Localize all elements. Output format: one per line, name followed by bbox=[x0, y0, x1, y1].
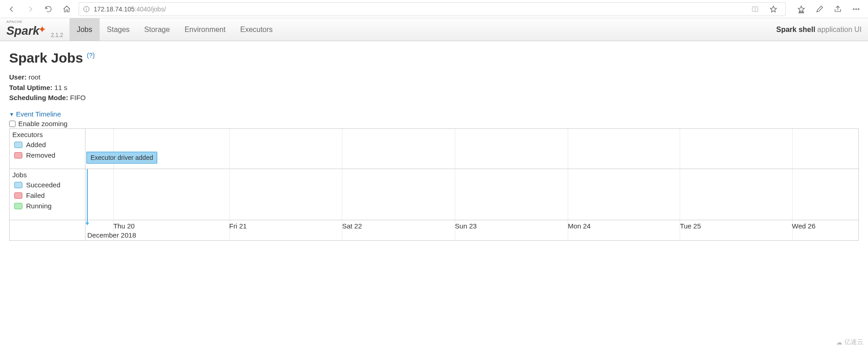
legend-label: Added bbox=[26, 141, 46, 148]
legend-label: Succeeded bbox=[26, 181, 60, 189]
help-link[interactable]: (?) bbox=[87, 52, 95, 59]
home-button[interactable] bbox=[59, 1, 75, 17]
timeline-event-executor-added[interactable]: Executor driver added bbox=[86, 152, 157, 164]
legend-item-running: Running bbox=[12, 201, 82, 211]
nav-tab-stages[interactable]: Stages bbox=[100, 18, 137, 41]
app-ui-suffix: application UI bbox=[817, 26, 862, 33]
url-text: 172.18.74.105:4040/jobs/ bbox=[94, 5, 166, 13]
timeline-legend-panel: Executors AddedRemoved Jobs SucceededFai… bbox=[10, 129, 85, 240]
current-time-indicator bbox=[87, 169, 88, 223]
legend-group-executors: Executors AddedRemoved bbox=[10, 129, 85, 169]
swatch-icon bbox=[14, 152, 22, 159]
timeline: Executors AddedRemoved Jobs SucceededFai… bbox=[9, 128, 859, 241]
legend-label: Failed bbox=[26, 191, 45, 199]
svg-point-7 bbox=[853, 8, 854, 9]
legend-item-failed: Failed bbox=[12, 190, 82, 201]
axis-tick: Fri 21 bbox=[229, 222, 247, 230]
axis-tick: Thu 20 bbox=[113, 222, 135, 230]
forward-button[interactable] bbox=[22, 1, 38, 17]
share-icon[interactable] bbox=[830, 1, 846, 17]
legend-axis-spacer bbox=[10, 220, 85, 240]
spark-logo[interactable]: APACHE Spark ✦ 2.1.2 bbox=[6, 20, 63, 39]
timeline-axis: Thu 20Fri 21Sat 22Sun 23Mon 24Tue 25Wed … bbox=[85, 220, 858, 240]
timeline-canvas[interactable]: Executor driver added Thu 20Fri 21Sat 22… bbox=[85, 129, 858, 240]
axis-tick: Sun 23 bbox=[455, 222, 477, 230]
svg-point-2 bbox=[86, 7, 86, 8]
svg-point-8 bbox=[856, 8, 857, 9]
logo-pretext: APACHE bbox=[6, 20, 22, 24]
address-bar[interactable]: 172.18.74.105:4040/jobs/ bbox=[79, 2, 786, 16]
notes-icon[interactable] bbox=[811, 1, 828, 17]
caret-down-icon: ▼ bbox=[9, 111, 14, 117]
axis-month-label: December 2018 bbox=[87, 231, 136, 239]
enable-zoom-checkbox[interactable] bbox=[9, 121, 16, 127]
nav-tab-executors[interactable]: Executors bbox=[233, 18, 280, 41]
axis-tick: Wed 26 bbox=[792, 222, 815, 230]
axis-tick: Mon 24 bbox=[568, 222, 591, 230]
browser-toolbar: 172.18.74.105:4040/jobs/ bbox=[0, 0, 868, 18]
swatch-icon bbox=[14, 182, 22, 188]
job-meta: User: root Total Uptime: 11 s Scheduling… bbox=[9, 72, 859, 103]
favorite-icon[interactable] bbox=[765, 1, 782, 17]
event-timeline-toggle[interactable]: ▼ Event Timeline bbox=[9, 110, 61, 118]
swatch-icon bbox=[14, 203, 22, 209]
more-icon[interactable] bbox=[848, 1, 864, 17]
legend-item-succeeded: Succeeded bbox=[12, 180, 82, 190]
star-icon: ✦ bbox=[38, 24, 46, 36]
legend-label: Removed bbox=[26, 151, 55, 159]
info-icon bbox=[83, 5, 90, 13]
nav-tab-environment[interactable]: Environment bbox=[177, 18, 233, 41]
reload-button[interactable] bbox=[40, 1, 57, 17]
swatch-icon bbox=[14, 192, 22, 199]
legend-title-jobs: Jobs bbox=[12, 171, 82, 179]
logo-text: Spark bbox=[6, 24, 39, 38]
axis-tick: Tue 25 bbox=[680, 222, 701, 230]
back-button[interactable] bbox=[4, 1, 20, 17]
legend-title-executors: Executors bbox=[12, 131, 82, 138]
timeline-row-jobs bbox=[85, 169, 858, 220]
favorites-list-icon[interactable] bbox=[793, 1, 809, 17]
spark-navbar: APACHE Spark ✦ 2.1.2 JobsStagesStorageEn… bbox=[0, 18, 868, 41]
app-name: Spark shell bbox=[776, 26, 815, 33]
swatch-icon bbox=[14, 142, 22, 148]
legend-item-removed: Removed bbox=[12, 150, 82, 160]
nav-tab-jobs[interactable]: Jobs bbox=[69, 18, 100, 41]
enable-zoom-label: Enable zooming bbox=[18, 120, 68, 127]
axis-tick: Sat 22 bbox=[342, 222, 362, 230]
page-content: Spark Jobs (?) User: root Total Uptime: … bbox=[0, 41, 868, 250]
svg-point-9 bbox=[858, 8, 859, 9]
legend-group-jobs: Jobs SucceededFailedRunning bbox=[10, 169, 85, 220]
nav-tab-storage[interactable]: Storage bbox=[137, 18, 177, 41]
legend-item-added: Added bbox=[12, 139, 82, 150]
legend-label: Running bbox=[26, 202, 52, 210]
page-title: Spark Jobs (?) bbox=[9, 50, 859, 66]
reading-view-icon[interactable] bbox=[747, 1, 763, 17]
timeline-row-executors: Executor driver added bbox=[85, 129, 858, 169]
version-text: 2.1.2 bbox=[51, 32, 63, 38]
